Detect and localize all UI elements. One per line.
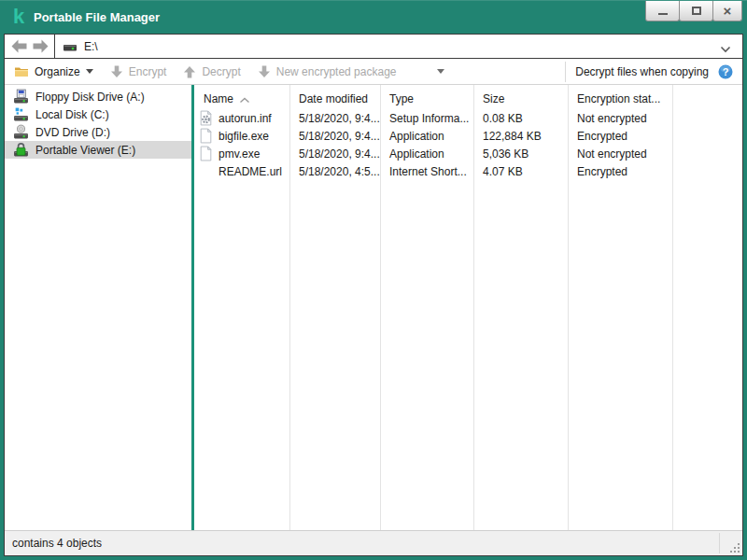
file-name: autorun.inf	[218, 112, 272, 125]
column-divider[interactable]	[568, 85, 569, 530]
file-size: 0.08 KB	[473, 112, 568, 125]
maximize-button[interactable]	[679, 1, 713, 21]
toolbar-right-group: Decrypt files when copying	[565, 62, 733, 82]
blank-icon	[198, 163, 214, 179]
window-title: Portable File Manager	[34, 1, 160, 35]
column-divider[interactable]	[473, 85, 474, 530]
sidebar-item-portable-e[interactable]: Portable Viewer (E:)	[5, 141, 191, 159]
file-encryption-status: Not encrypted	[568, 112, 672, 125]
column-header-date-modified[interactable]: Date modified	[289, 92, 380, 109]
status-text: contains 4 objects	[12, 537, 102, 550]
column-header-type[interactable]: Type	[380, 92, 473, 109]
nav-buttons	[5, 35, 55, 58]
client-area: E:\ Organize Encrypt Decrypt New encrypt…	[4, 34, 743, 556]
encrypt-button[interactable]: Encrypt	[108, 63, 169, 80]
main-area: Floppy Disk Drive (A:) Local Disk (C:) D…	[5, 85, 742, 530]
file-type: Application	[380, 130, 473, 143]
file-icon	[198, 128, 214, 144]
file-name: pmv.exe	[218, 147, 260, 161]
drive-sidebar: Floppy Disk Drive (A:) Local Disk (C:) D…	[5, 85, 191, 530]
file-date: 5/18/2020, 9:4...	[289, 112, 380, 125]
file-size: 5,036 KB	[473, 147, 568, 161]
column-header-name[interactable]: Name	[194, 92, 289, 109]
file-encryption-status: Encrypted	[568, 130, 672, 143]
forward-button[interactable]	[33, 39, 49, 53]
file-type: Application	[380, 147, 473, 161]
sidebar-item-label: Local Disk (C:)	[35, 108, 109, 121]
column-divider[interactable]	[672, 85, 673, 530]
sidebar-item-label: DVD Drive (D:)	[35, 126, 110, 139]
kaspersky-logo-icon: k	[8, 5, 29, 29]
file-type: Internet Short...	[380, 165, 473, 178]
file-row-autorun-inf[interactable]: autorun.inf 5/18/2020, 9:4... Setup Info…	[194, 109, 742, 127]
back-button[interactable]	[11, 39, 27, 53]
column-divider[interactable]	[289, 85, 290, 530]
new-encrypted-package-button[interactable]: New encrypted package	[256, 63, 447, 80]
floppy-drive-icon	[13, 89, 29, 105]
chevron-down-icon[interactable]	[720, 43, 731, 50]
local-disk-icon	[13, 106, 29, 122]
dvd-drive-icon	[13, 124, 29, 140]
file-date: 5/18/2020, 9:4...	[289, 147, 380, 161]
status-bar: contains 4 objects	[5, 530, 742, 555]
sidebar-item-local-c[interactable]: Local Disk (C:)	[5, 105, 191, 123]
arrow-down-icon	[258, 65, 271, 78]
window-controls: ×	[646, 1, 742, 21]
chevron-down-icon[interactable]	[437, 69, 444, 74]
file-date: 5/18/2020, 4:5...	[289, 165, 380, 178]
titlebar: k Portable File Manager ×	[0, 0, 747, 34]
sidebar-item-label: Floppy Disk Drive (A:)	[35, 91, 145, 104]
help-icon[interactable]	[718, 64, 733, 79]
address-bar[interactable]: E:\	[55, 35, 742, 58]
organize-label: Organize	[35, 65, 80, 78]
folder-icon	[14, 64, 29, 79]
maximize-icon	[692, 7, 701, 15]
arrow-down-icon	[110, 65, 123, 78]
file-row-readme-url[interactable]: README.url 5/18/2020, 4:5... Internet Sh…	[194, 162, 742, 180]
new-encrypted-package-label: New encrypted package	[276, 65, 397, 78]
locked-drive-icon	[13, 142, 29, 158]
file-size: 122,884 KB	[473, 130, 568, 143]
file-icon	[198, 146, 214, 161]
resize-grip-icon[interactable]	[729, 542, 740, 553]
toolbar: Organize Encrypt Decrypt New encrypted p…	[5, 59, 742, 85]
file-row-bigfile-exe[interactable]: bigfile.exe 5/18/2020, 9:4... Applicatio…	[194, 127, 742, 145]
file-encryption-status: Encrypted	[568, 165, 672, 178]
encrypt-label: Encrypt	[129, 65, 167, 78]
organize-button[interactable]: Organize	[12, 63, 95, 81]
file-size: 4.07 KB	[473, 165, 568, 178]
sidebar-item-dvd-d[interactable]: DVD Drive (D:)	[5, 123, 191, 141]
file-list: Name Date modified Type Size Encryption …	[194, 85, 742, 530]
column-header-encryption-status[interactable]: Encryption stat...	[568, 92, 672, 109]
sidebar-item-label: Portable Viewer (E:)	[35, 144, 135, 157]
app-window: k Portable File Manager × E:\ Organize	[0, 0, 747, 560]
column-divider[interactable]	[380, 85, 381, 530]
drive-icon	[63, 39, 78, 54]
file-name: README.url	[218, 165, 282, 178]
decrypt-button[interactable]: Decrypt	[181, 63, 242, 80]
list-header: Name Date modified Type Size Encryption …	[194, 85, 742, 109]
file-row-pmv-exe[interactable]: pmv.exe 5/18/2020, 9:4... Application 5,…	[194, 145, 742, 162]
column-header-size[interactable]: Size	[473, 92, 568, 109]
sort-ascending-icon	[239, 93, 250, 100]
address-text: E:\	[84, 40, 713, 53]
close-icon: ×	[724, 4, 732, 18]
statusbar-separator	[719, 533, 720, 553]
minimize-icon	[658, 13, 668, 15]
toolbar-separator	[565, 62, 566, 82]
chevron-down-icon	[86, 69, 93, 74]
file-date: 5/18/2020, 9:4...	[289, 130, 380, 143]
setup-file-icon	[198, 110, 214, 126]
arrow-up-icon	[183, 65, 196, 78]
navigation-bar: E:\	[5, 35, 742, 59]
file-type: Setup Informa...	[380, 112, 473, 125]
decrypt-label: Decrypt	[202, 65, 240, 78]
sidebar-item-floppy-a[interactable]: Floppy Disk Drive (A:)	[5, 88, 191, 105]
close-button[interactable]: ×	[712, 1, 742, 21]
minimize-button[interactable]	[645, 1, 680, 21]
decrypt-when-copying-label: Decrypt files when copying	[575, 65, 709, 78]
file-name: bigfile.exe	[218, 130, 269, 143]
file-encryption-status: Not encrypted	[568, 147, 672, 161]
column-header-empty	[672, 105, 742, 109]
